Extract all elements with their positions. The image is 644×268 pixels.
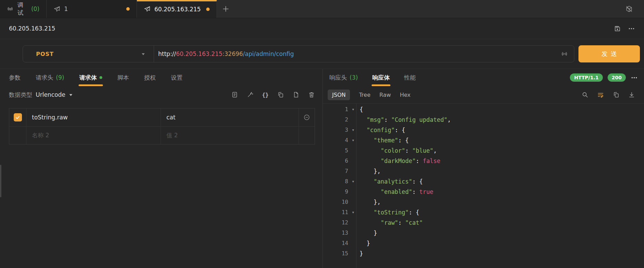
key-field[interactable]: toString.raw xyxy=(26,108,161,126)
row-checkbox-cell xyxy=(9,127,26,144)
tab-response-headers[interactable]: 响应头(3) xyxy=(329,69,358,86)
request-header: 60.205.163.215 xyxy=(0,18,644,39)
paper-plane-icon xyxy=(54,6,60,12)
plus-icon xyxy=(222,5,230,13)
broadcast-icon xyxy=(7,6,13,12)
code-line: 7 }, xyxy=(323,166,644,176)
code-line: 15} xyxy=(323,248,644,259)
header-count: (3) xyxy=(350,74,358,81)
tab-params[interactable]: 参数 xyxy=(9,69,21,86)
url-input[interactable]: POST http://60.205.163.215:32696/api/adm… xyxy=(23,45,574,62)
code-line: 8▼ "analytics": { xyxy=(323,176,644,187)
body-toolbar: 数据类型 Urlencode {} xyxy=(0,86,323,103)
braces-icon[interactable]: {} xyxy=(262,92,269,98)
code-line: 13 } xyxy=(323,228,644,238)
response-view-toolbar: JSON Tree Raw Hex xyxy=(323,86,644,103)
tab-active-60-205-163-215[interactable]: 60.205.163.215 xyxy=(137,0,217,18)
line-number: 5 xyxy=(345,145,348,156)
magic-wand-icon[interactable] xyxy=(247,91,254,98)
request-title: 60.205.163.215 xyxy=(9,25,55,32)
search-icon[interactable] xyxy=(582,91,588,98)
trash-icon[interactable] xyxy=(308,91,315,98)
tab-scripts[interactable]: 脚本 xyxy=(117,69,129,86)
table-row: toString.raw cat xyxy=(9,108,315,126)
method-value: POST xyxy=(36,51,54,57)
key-field[interactable]: 名称 2 xyxy=(26,127,161,144)
datatype-value[interactable]: Urlencode xyxy=(36,91,65,98)
fold-toggle-icon[interactable]: ▼ xyxy=(348,125,354,135)
status-badge: 200 xyxy=(608,73,626,82)
copy-icon[interactable] xyxy=(613,91,620,98)
new-tab-button[interactable] xyxy=(217,0,235,18)
tab-performance[interactable]: 性能 xyxy=(404,69,416,86)
code-line: 5 "color": "blue", xyxy=(323,145,644,156)
table-row-placeholder: 名称 2 值 2 xyxy=(9,126,315,144)
remove-row-button[interactable] xyxy=(299,108,315,126)
fold-toggle-icon[interactable]: ▼ xyxy=(348,176,354,187)
line-number: 12 xyxy=(342,218,348,228)
value-field[interactable]: 值 2 xyxy=(161,127,299,144)
main-split: 参数 请求头(9) 请求体 脚本 授权 设置 数据类型 Urlencode {} xyxy=(0,69,644,268)
checkbox-checked[interactable] xyxy=(14,113,22,121)
fold-toggle-icon[interactable]: ▼ xyxy=(348,207,354,218)
tab-response-body[interactable]: 响应体 xyxy=(372,69,390,86)
more-icon[interactable] xyxy=(631,74,638,81)
json-code-rows: 1▼{2 "msg": "Config updated",3▼ "config"… xyxy=(323,104,644,259)
json-code-viewer[interactable]: 1▼{2 "msg": "Config updated",3▼ "config"… xyxy=(323,103,644,268)
line-number: 7 xyxy=(345,166,348,176)
tab-request-headers[interactable]: 请求头(9) xyxy=(36,69,64,86)
box-disabled-icon[interactable] xyxy=(625,5,633,13)
tab-label: 1 xyxy=(64,5,68,12)
protocol-badge: HTTP/1.1 xyxy=(570,73,602,82)
code-line: 4▼ "theme": { xyxy=(323,135,644,145)
tab-debug[interactable]: 调试 (0) xyxy=(0,0,47,18)
tab-label: 调试 xyxy=(17,1,27,17)
more-icon[interactable] xyxy=(628,25,635,32)
chevron-down-icon[interactable] xyxy=(69,93,73,97)
tab-settings[interactable]: 设置 xyxy=(171,69,183,86)
code-line: 3▼ "config": { xyxy=(323,125,644,135)
request-panel: 参数 请求头(9) 请求体 脚本 授权 设置 数据类型 Urlencode {} xyxy=(0,69,323,268)
check-icon xyxy=(15,115,20,120)
line-number: 11 xyxy=(342,207,348,218)
send-button[interactable]: 发送 xyxy=(578,45,640,62)
line-number: 4 xyxy=(345,135,348,145)
tab-request-1[interactable]: 1 xyxy=(47,0,137,18)
window-tab-bar: 调试 (0) 1 60.205.163.215 xyxy=(0,0,644,18)
line-number: 3 xyxy=(345,125,348,135)
fold-toggle-icon[interactable]: ▼ xyxy=(348,135,354,145)
code-line: 12 "raw": "cat" xyxy=(323,218,644,228)
response-panel: 响应头(3) 响应体 性能 HTTP/1.1 200 JSON Tree Raw… xyxy=(323,69,644,268)
view-tab-raw[interactable]: Raw xyxy=(379,92,391,98)
app-window: 调试 (0) 1 60.205.163.215 60.205.163.215 xyxy=(0,0,644,268)
line-number: 9 xyxy=(345,187,348,197)
row-checkbox-cell xyxy=(9,108,26,126)
scrollbar[interactable] xyxy=(0,165,1,197)
tab-request-body[interactable]: 请求体 xyxy=(79,69,102,86)
line-number: 8 xyxy=(345,176,348,187)
value-field[interactable]: cat xyxy=(161,108,299,126)
response-tabs: 响应头(3) 响应体 性能 HTTP/1.1 200 xyxy=(323,69,644,86)
save-icon[interactable] xyxy=(614,25,621,32)
row-action-cell xyxy=(299,127,315,144)
code-line: 14 } xyxy=(323,238,644,248)
view-tab-tree[interactable]: Tree xyxy=(359,92,370,98)
url-text[interactable]: http://60.205.163.215:32696/api/admin/co… xyxy=(154,50,561,57)
method-dropdown[interactable]: POST xyxy=(23,46,154,62)
view-tab-hex[interactable]: Hex xyxy=(400,92,410,98)
file-icon[interactable] xyxy=(293,91,300,98)
header-count: (9) xyxy=(56,74,64,81)
copy-icon[interactable] xyxy=(277,91,284,98)
bulk-edit-icon[interactable] xyxy=(231,91,238,98)
fold-toggle-icon[interactable]: ▼ xyxy=(348,104,354,115)
view-tab-json[interactable]: JSON xyxy=(328,90,350,100)
broadcast-icon xyxy=(561,50,574,57)
tab-auth[interactable]: 授权 xyxy=(144,69,156,86)
line-number: 10 xyxy=(342,197,348,207)
unsaved-dot xyxy=(126,7,130,11)
download-icon[interactable] xyxy=(628,91,635,98)
code-line: 1▼{ xyxy=(323,104,644,115)
line-number: 1 xyxy=(345,104,348,115)
body-kv-table: toString.raw cat 名称 2 值 2 xyxy=(9,108,315,144)
word-wrap-icon[interactable] xyxy=(597,91,604,98)
